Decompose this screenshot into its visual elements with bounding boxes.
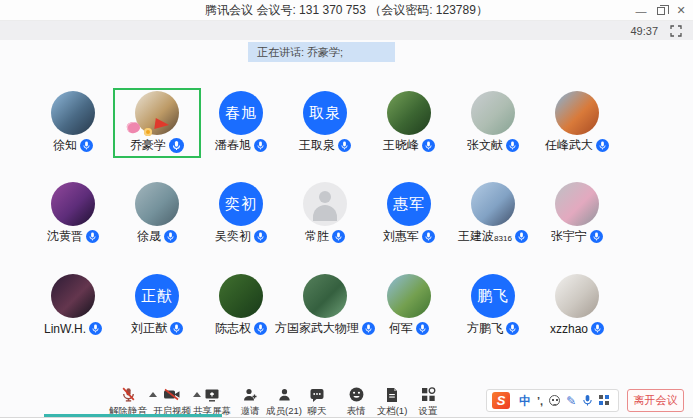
participant-name: 任峰武大 [545,137,593,154]
avatar [555,274,599,318]
avatar: 惠军 [387,182,431,226]
default-avatar [303,182,347,226]
participant-tile[interactable]: 张宇宁 [535,182,619,244]
participant-name: 刘惠军 [383,228,419,245]
participant-name-row: 吴奕初 [215,229,267,244]
avatar [303,274,347,318]
participant-tile[interactable]: 沈黄晋 [31,182,115,244]
participant-tile[interactable]: 常胜 [283,182,367,244]
fullscreen-icon[interactable] [670,25,682,37]
participant-tile[interactable]: 正猷刘正猷 [115,274,199,336]
participant-tile[interactable]: LinW.H. [31,274,115,336]
document-icon [385,386,399,403]
participant-name: 乔豪学 [130,137,166,154]
mic-status-icon [422,230,435,243]
participant-tile[interactable]: 陈志权 [199,274,283,336]
avatar [387,91,431,135]
toolbar-button-settings[interactable]: 设置 [398,386,458,418]
participant-name-row: 刘正猷 [131,321,183,336]
participant-tile[interactable]: 王晓峰 [367,91,451,153]
avatar: 奕初 [219,182,263,226]
participant-name-row: xzzhao [550,321,604,336]
participant-tile[interactable]: 取泉王取泉 [283,91,367,153]
participant-name-row: 刘惠军 [383,229,435,244]
badge-sticker [144,128,152,136]
participant-name: 王建波 [458,228,494,245]
speaking-banner: 正在讲话: 乔豪学; [248,42,395,62]
participant-name-row: 王晓峰 [383,138,435,153]
avatar [51,91,95,135]
mic-status-icon [254,322,267,335]
participant-name-row: LinW.H. [44,321,102,336]
participant-name: LinW.H. [44,322,86,336]
participant-tile[interactable]: 任峰武大 [535,91,619,153]
participant-name: 方鹏飞 [467,320,503,337]
mic-status-icon [86,230,99,243]
sogou-logo-icon[interactable]: S [492,392,510,409]
avatar [555,182,599,226]
close-button[interactable]: ✕ [671,0,691,21]
participant-name: 王取泉 [299,137,335,154]
participant-tile[interactable]: xzzhao [535,274,619,336]
toolbar-button-label: 设置 [419,405,438,418]
mic-status-icon [506,139,519,152]
participant-name-row: 陈志权 [215,321,267,336]
avatar [135,182,179,226]
participant-tile[interactable]: 鹏飞方鹏飞 [451,274,535,336]
restore-button[interactable] [651,0,671,21]
minimize-button[interactable]: — [631,0,651,21]
person-silhouette-icon [319,191,331,203]
window-controls: — ✕ [631,0,691,21]
avatar [51,182,95,226]
status-strip: 49:37 [0,21,693,40]
avatar: 鹏飞 [471,274,515,318]
keyboard-layout-icon[interactable] [599,395,610,406]
voice-input-icon[interactable] [582,394,593,407]
participant-name-row: 王建波8316 [458,229,528,244]
mic-status-icon [416,322,429,335]
participant-name-row: 张宇宁 [551,229,603,244]
mic-status-icon [591,322,604,335]
participant-name-row: 徐知 [53,138,93,153]
participant-tile[interactable]: 张文献 [451,91,535,153]
mic-status-icon [89,322,102,335]
ime-toolbar: S 中 ’, ✎ [486,389,619,412]
participant-name-row: 常胜 [305,229,345,244]
participant-name: 何军 [389,320,413,337]
participant-name-row: 方鹏飞 [467,321,519,336]
participant-name: 潘春旭 [215,137,251,154]
avatar [555,91,599,135]
participant-name-row: 徐晟 [137,229,177,244]
mic-status-icon [254,230,267,243]
participant-name: 徐晟 [137,228,161,245]
participant-tile[interactable]: 徐知 [31,91,115,153]
participant-tile[interactable]: 何军 [367,274,451,336]
leave-meeting-label: 离开会议 [634,393,678,408]
avatar [219,274,263,318]
meeting-title: 腾讯会议 会议号: 131 370 753 （会议密码: 123789） [205,2,488,19]
avatar [471,182,515,226]
mic-status-icon [338,139,351,152]
participant-name-suffix: 8316 [494,234,512,243]
mic-status-icon [170,322,183,335]
chat-icon [309,386,325,403]
avatar: 正猷 [135,274,179,318]
leave-meeting-button[interactable]: 离开会议 [627,389,684,412]
participant-tile[interactable]: 春旭潘春旭 [199,91,283,153]
avatar [387,274,431,318]
mic-status-icon [254,139,267,152]
participant-tile[interactable]: 王建波8316 [451,182,535,244]
taskbar-accent-line [44,414,222,417]
participant-name: xzzhao [550,322,588,336]
participant-tile[interactable]: 奕初吴奕初 [199,182,283,244]
avatar: 取泉 [303,91,347,135]
participant-tile[interactable]: 惠军刘惠军 [367,182,451,244]
participant-name: 徐知 [53,137,77,154]
emoji-picker-icon[interactable] [549,395,560,406]
participant-name: 张宇宁 [551,228,587,245]
participant-tile[interactable]: 徐晟 [115,182,199,244]
participant-name-row: 张文献 [467,138,519,153]
participant-tile[interactable]: 方国家武大物理 [283,274,367,336]
participant-tile[interactable]: 乔豪学 [115,91,199,153]
mic-status-icon [164,230,177,243]
